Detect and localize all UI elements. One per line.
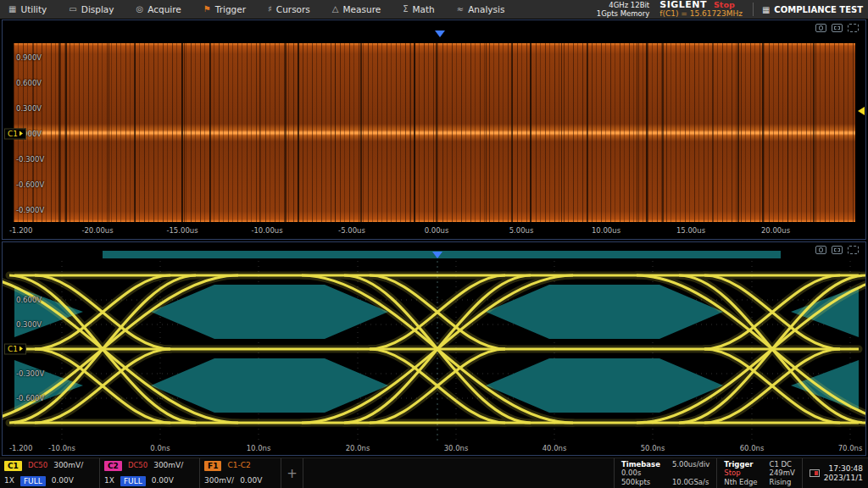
axis-label: 10.0ns xyxy=(247,444,271,452)
axis-label: 20.00us xyxy=(761,226,790,235)
time: 17:30:48 xyxy=(824,464,863,474)
axis-label: 0.0ns xyxy=(150,444,170,452)
menu-trigger[interactable]: Trigger xyxy=(203,4,246,14)
window-icon[interactable] xyxy=(832,246,843,254)
f1-offset: 0.00V xyxy=(240,475,262,486)
f1-source: C1-C2 xyxy=(227,460,250,471)
display-icon xyxy=(69,5,76,14)
axis-label: 10.00us xyxy=(592,226,620,235)
analysis-icon xyxy=(457,5,464,14)
timebase-points: 500kpts xyxy=(621,478,660,487)
axis-label: 0.00us xyxy=(425,226,449,235)
menu-acquire[interactable]: Acquire xyxy=(136,4,181,14)
axis-label: -20.00us xyxy=(81,226,113,235)
timebase-box[interactable]: Timebase 5.00us/div 0.00s 500kpts 10.0GS… xyxy=(614,458,716,488)
axis-label: -0.300V xyxy=(16,155,44,164)
menu-label: Cursors xyxy=(276,4,310,14)
menu-math[interactable]: Math xyxy=(403,4,435,14)
trigger-status: Stop xyxy=(724,469,757,478)
math-f1-box[interactable]: F1 C1-C2 300mV/ 0.00V xyxy=(200,458,281,488)
channel-c2-box[interactable]: C2 DC50 300mV/ 1X FULL 0.00V xyxy=(100,458,200,488)
c2-coupling: DC50 xyxy=(128,460,147,471)
c1-bandwidth-badge: FULL xyxy=(20,476,46,486)
f1-badge: F1 xyxy=(204,461,221,471)
add-channel-button[interactable]: + xyxy=(281,458,303,488)
acquisition-waveform[interactable] xyxy=(14,43,855,222)
axis-label: 0.300V xyxy=(16,104,42,113)
axis-label: 70.0ns xyxy=(838,444,863,452)
channel-c1-box[interactable]: C1 DC50 300mV/ 1X FULL 0.00V xyxy=(0,458,100,488)
menu-analysis[interactable]: Analysis xyxy=(457,4,505,14)
menu-utility[interactable]: Utility xyxy=(8,4,47,14)
trigger-position-marker[interactable] xyxy=(432,252,442,258)
frequency-counter: f(C1) = 15.61723MHz xyxy=(659,9,743,19)
menu-bar: Utility Display Acquire Trigger Cursors … xyxy=(0,0,868,19)
scope-specs: 4GHz 12Bit 1Gpts Memory xyxy=(597,1,649,18)
c1-coupling: DC50 xyxy=(28,460,47,471)
trigger-source: C1 DC xyxy=(770,460,795,469)
axis-label: -0.600V xyxy=(16,180,44,189)
trigger-level-marker[interactable] xyxy=(858,107,865,115)
measure-icon xyxy=(332,5,339,14)
trigger-position-marker[interactable] xyxy=(435,30,445,37)
compliance-test-button[interactable]: COMPLIANCE TEST xyxy=(753,3,863,16)
c2-probe: 1X xyxy=(104,475,114,486)
camera-icon[interactable] xyxy=(815,246,826,254)
clock: 17:30:48 2023/11/1 xyxy=(802,458,868,488)
eye-diagram-plot[interactable] xyxy=(3,242,866,456)
f1-scale: 300mV/ xyxy=(204,475,234,486)
c2-badge: C2 xyxy=(104,461,122,471)
axis-label: -10.00us xyxy=(251,226,282,235)
menu-label: Utility xyxy=(20,4,47,14)
axis-label: 40.0ns xyxy=(542,444,567,452)
acquisition-status: Stop xyxy=(714,0,735,9)
axis-label: 15.00us xyxy=(676,226,705,235)
axis-label: -10.0ns xyxy=(48,444,75,452)
math-icon xyxy=(403,5,408,14)
checker-icon xyxy=(762,5,770,14)
axis-label: 0.900V xyxy=(16,53,42,62)
eye-diagram-panel: 0.600V 0.300V -0.300V -0.600V -1.200 -10… xyxy=(2,241,866,456)
trigger-slope: Rising xyxy=(770,478,795,487)
acquire-icon xyxy=(136,5,144,14)
axis-label: 0.600V xyxy=(16,79,42,87)
axis-label: 5.00us xyxy=(509,226,534,235)
brand-logo: SIGLENT xyxy=(659,0,707,9)
menu-display[interactable]: Display xyxy=(69,4,114,14)
trigger-level: 249mV xyxy=(770,469,795,478)
menu-label: Math xyxy=(413,4,435,14)
axis-label: -15.00us xyxy=(166,226,198,235)
menu-label: Trigger xyxy=(215,4,246,14)
menu-measure[interactable]: Measure xyxy=(332,4,381,14)
trigger-flag-icon xyxy=(203,5,211,14)
axis-label: -1.200 xyxy=(9,444,32,452)
axis-label: -5.00us xyxy=(338,226,365,235)
menu-cursors[interactable]: Cursors xyxy=(268,4,310,14)
expand-icon[interactable] xyxy=(848,24,859,32)
c2-scale: 300mV/ xyxy=(153,460,183,471)
statusbar-spacer xyxy=(303,458,614,488)
trigger-box[interactable]: Trigger C1 DC Stop 249mV Nth Edge Rising xyxy=(716,458,802,488)
timebase-title: Timebase xyxy=(621,460,660,469)
c2-bandwidth-badge: FULL xyxy=(120,476,146,486)
timebase-delay: 0.00s xyxy=(621,469,660,478)
menu-label: Display xyxy=(81,4,114,14)
trigger-type: Nth Edge xyxy=(724,478,757,487)
menu-label: Acquire xyxy=(147,4,181,14)
channel-c1-tag[interactable]: C1 xyxy=(4,344,26,355)
c2-offset: 0.00V xyxy=(152,475,174,486)
channel-c1-tag[interactable]: C1 xyxy=(4,129,26,140)
window-icon[interactable] xyxy=(832,24,843,32)
axis-label: 30.0ns xyxy=(444,444,469,452)
c1-scale: 300mV/ xyxy=(53,460,83,471)
expand-icon[interactable] xyxy=(848,246,859,254)
axis-label: -0.300V xyxy=(16,369,44,378)
brand-block: SIGLENT Stop f(C1) = 15.61723MHz xyxy=(659,0,743,19)
status-bar: C1 DC50 300mV/ 1X FULL 0.00V C2 DC50 300… xyxy=(0,458,868,488)
axis-label: 20.0ns xyxy=(346,444,370,452)
date: 2023/11/1 xyxy=(824,474,863,483)
camera-icon[interactable] xyxy=(815,24,826,32)
oscilloscope-screen: Utility Display Acquire Trigger Cursors … xyxy=(0,0,868,488)
timebase-sample-rate: 10.0GSa/s xyxy=(672,478,709,487)
axis-label: 0.600V xyxy=(16,296,42,304)
